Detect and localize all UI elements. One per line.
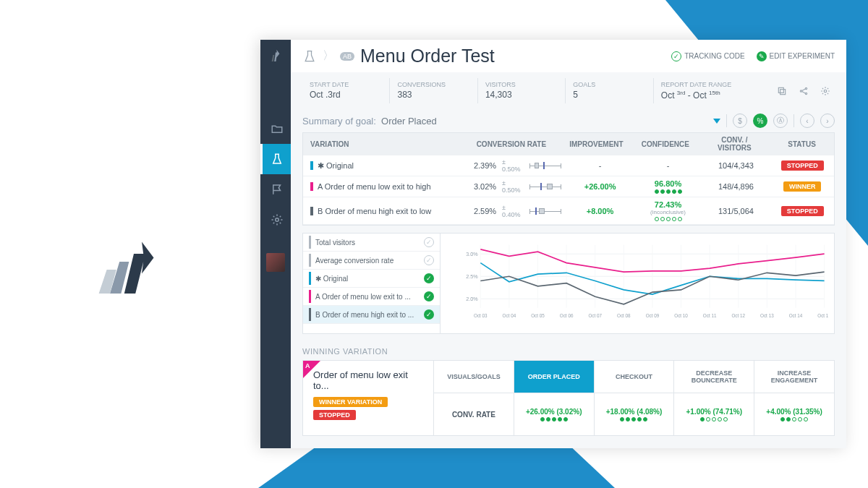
brand-logo	[94, 217, 174, 317]
boxplot-icon	[529, 207, 561, 215]
goals-value: 5	[573, 90, 644, 100]
stats-bar: START DATEOct .3rd CONVERSIONS383 VISITO…	[291, 72, 846, 109]
gear-icon[interactable]	[820, 86, 830, 96]
titlebar: 〉 AB Menu Order Test ✓TRACKING CODE ✎EDI…	[291, 40, 846, 72]
svg-text:Oct 04: Oct 04	[503, 313, 516, 318]
check-icon[interactable]: ✓	[424, 273, 434, 283]
start-date-value: Oct .3rd	[310, 90, 381, 100]
sidebar-brand-icon	[260, 40, 291, 70]
svg-text:2.0%: 2.0%	[466, 296, 478, 302]
main-panel: 〉 AB Menu Order Test ✓TRACKING CODE ✎EDI…	[291, 40, 846, 448]
chart-legend: Total visitors✓Average conversion rate✓✱…	[303, 234, 441, 333]
table-header-row: VARIATION CONVERSION RATE IMPROVEMENT CO…	[303, 133, 834, 155]
share-icon[interactable]	[799, 86, 809, 96]
results-table: VARIATION CONVERSION RATE IMPROVEMENT CO…	[302, 132, 835, 226]
boxplot-icon	[529, 161, 561, 170]
summary-row: Summary of goal: Order Placed $ % Ⓐ ‹ ›	[291, 109, 846, 132]
copy-icon[interactable]	[777, 86, 787, 96]
app-window: 〉 AB Menu Order Test ✓TRACKING CODE ✎EDI…	[260, 40, 846, 448]
percent-button[interactable]: %	[753, 114, 767, 128]
svg-text:Oct 15: Oct 15	[817, 313, 828, 318]
expand-toggle-icon[interactable]	[713, 119, 720, 124]
svg-text:Oct 10: Oct 10	[674, 313, 688, 318]
svg-text:Oct 03: Oct 03	[474, 313, 488, 318]
check-icon[interactable]: ✓	[424, 255, 434, 265]
winning-section: WINNING VARIATION Order of menu low exit…	[302, 347, 835, 436]
svg-point-3	[800, 90, 801, 91]
svg-text:Oct 11: Oct 11	[703, 313, 717, 318]
goal-column[interactable]: INCREASE ENGAGEMENT+4.00% (31.35%)	[754, 361, 834, 435]
svg-text:3.0%: 3.0%	[466, 251, 478, 257]
goal-column[interactable]: ORDER PLACED+26.00% (3.02%)	[514, 361, 594, 435]
chart-panel: Total visitors✓Average conversion rate✓✱…	[302, 233, 835, 334]
sidebar-item-folder[interactable]	[260, 114, 291, 144]
flask-icon	[302, 49, 317, 64]
svg-text:Oct 06: Oct 06	[560, 313, 574, 318]
check-icon[interactable]: ✓	[424, 309, 434, 320]
svg-point-0	[275, 218, 278, 222]
goals-label: GOALS	[573, 81, 644, 88]
svg-text:Oct 13: Oct 13	[760, 313, 774, 318]
ab-badge: AB	[340, 52, 354, 61]
line-chart: 2.0%2.5%3.0%Oct 03Oct 04Oct 05Oct 06Oct …	[441, 234, 834, 333]
svg-text:Oct 09: Oct 09	[646, 313, 660, 318]
svg-point-6	[824, 90, 827, 93]
table-row: A Order of menu low exit to high3.02%± 0…	[303, 176, 834, 197]
page-title: Menu Order Test	[360, 46, 495, 67]
goal-column[interactable]: DECREASE BOUNCERATE+1.00% (74.71%)	[673, 361, 754, 435]
next-button[interactable]: ›	[820, 114, 835, 128]
visitors-value: 14,303	[485, 90, 557, 100]
prev-button[interactable]: ‹	[800, 114, 814, 128]
svg-text:Oct 07: Oct 07	[588, 313, 602, 318]
boxplot-icon	[529, 182, 561, 191]
report-range-value: Oct 3rd - Oct 15th	[661, 90, 769, 100]
winning-variation-card: Order of menu low exit to...WINNER VARIA…	[303, 361, 433, 435]
legend-item[interactable]: ✱ Original✓	[303, 270, 440, 288]
table-row: ✱ Original2.39%± 0.50%--104/4,343STOPPED	[303, 155, 834, 176]
svg-rect-2	[778, 87, 783, 93]
svg-text:2.5%: 2.5%	[466, 273, 478, 280]
report-range-label: REPORT DATE RANGE	[661, 81, 769, 88]
filter-a-button[interactable]: Ⓐ	[773, 114, 788, 128]
svg-point-5	[805, 93, 807, 94]
goal-column[interactable]: VISUALS/GOALSCONV. RATE	[433, 361, 514, 435]
svg-text:Oct 14: Oct 14	[789, 313, 803, 318]
edit-experiment-button[interactable]: ✎EDIT EXPERIMENT	[757, 51, 835, 61]
svg-point-4	[805, 87, 807, 89]
svg-text:Oct 12: Oct 12	[731, 313, 745, 318]
table-row: B Order of menu high exit to low2.59%± 0…	[303, 197, 834, 225]
sidebar-item-experiments[interactable]	[260, 144, 291, 174]
currency-button[interactable]: $	[733, 114, 747, 128]
legend-item[interactable]: B Order of menu high exit to ...✓	[303, 306, 440, 324]
legend-item[interactable]: Total visitors✓	[303, 234, 440, 252]
check-icon[interactable]: ✓	[424, 237, 434, 247]
winning-title: WINNING VARIATION	[302, 347, 835, 356]
sidebar-item-flag[interactable]	[260, 174, 291, 205]
legend-item[interactable]: A Order of menu low exit to ...✓	[303, 288, 440, 306]
conversions-value: 383	[397, 90, 469, 100]
start-date-label: START DATE	[310, 81, 381, 88]
visitors-label: VISITORS	[485, 81, 557, 88]
legend-item[interactable]: Average conversion rate✓	[303, 252, 440, 270]
conversions-label: CONVERSIONS	[397, 81, 469, 88]
svg-text:Oct 08: Oct 08	[617, 313, 631, 318]
svg-rect-1	[780, 89, 786, 94]
goal-column[interactable]: CHECKOUT+18.00% (4.08%)	[594, 361, 674, 435]
svg-text:Oct 05: Oct 05	[531, 313, 545, 318]
check-icon[interactable]: ✓	[424, 291, 434, 301]
sidebar	[260, 40, 291, 448]
tracking-code-button[interactable]: ✓TRACKING CODE	[671, 51, 744, 61]
sidebar-item-settings[interactable]	[260, 205, 291, 235]
avatar[interactable]	[266, 253, 285, 272]
summary-goal: Order Placed	[381, 116, 437, 127]
